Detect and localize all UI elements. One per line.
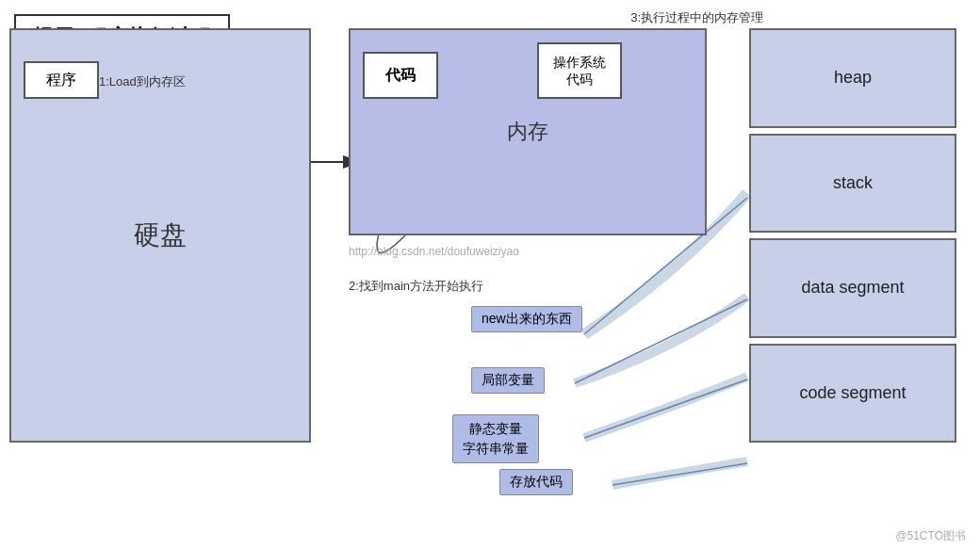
heap-segment: heap <box>749 28 956 128</box>
program-box: 程序 <box>24 61 99 99</box>
watermark2: @51CTO图书 <box>895 528 966 544</box>
svg-line-4 <box>575 299 747 383</box>
local-var-label: 局部变量 <box>471 367 545 394</box>
static-var-label: 静态变量字符串常量 <box>452 414 539 463</box>
code-store-label: 存放代码 <box>499 469 573 495</box>
load-label: 1:Load到内存区 <box>99 73 186 90</box>
svg-line-5 <box>584 379 747 438</box>
code-segment: code segment <box>749 344 956 444</box>
main-method-label: 2:找到main方法开始执行 <box>349 278 483 295</box>
data-segment: data segment <box>749 238 956 338</box>
code-box: 代码 <box>363 52 438 99</box>
os-code-label: 操作系统代码 <box>553 54 606 88</box>
os-code-box: 操作系统代码 <box>537 42 622 99</box>
stack-segment: stack <box>749 134 956 234</box>
exec-label: 3:执行过程中的内存管理 <box>630 9 763 26</box>
watermark: http://blog.csdn.net/doufuweiziyao <box>349 245 519 258</box>
new-objects-label: new出来的东西 <box>471 306 582 332</box>
static-var-text: 静态变量字符串常量 <box>463 421 529 456</box>
memory-segments: heap stack data segment code segment <box>749 28 956 443</box>
svg-line-6 <box>612 463 747 485</box>
